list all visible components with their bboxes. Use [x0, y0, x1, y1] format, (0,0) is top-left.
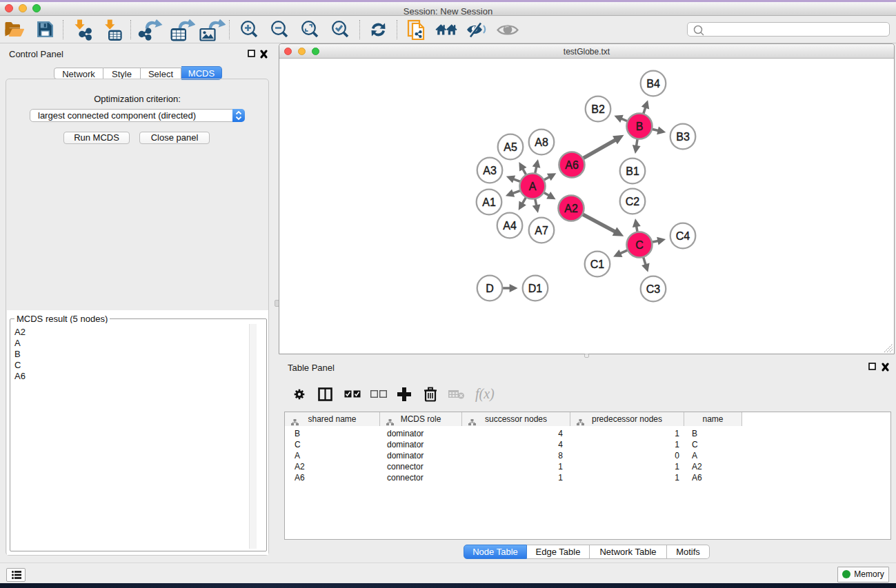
- svg-text:B4: B4: [646, 78, 660, 90]
- svg-text:D: D: [486, 283, 494, 294]
- svg-text:A6: A6: [565, 159, 579, 171]
- svg-text:A2: A2: [564, 203, 578, 214]
- svg-text:A8: A8: [535, 136, 548, 148]
- svg-text:B3: B3: [676, 131, 690, 143]
- svg-text:B2: B2: [591, 103, 605, 115]
- svg-text:C2: C2: [626, 196, 640, 207]
- svg-text:B: B: [636, 121, 644, 132]
- svg-text:A5: A5: [504, 141, 517, 153]
- svg-text:A1: A1: [482, 196, 496, 208]
- svg-text:A: A: [529, 181, 537, 192]
- svg-text:C: C: [635, 239, 644, 251]
- svg-text:D1: D1: [528, 283, 543, 294]
- svg-text:B1: B1: [626, 165, 639, 177]
- svg-text:C3: C3: [646, 283, 661, 295]
- svg-text:A7: A7: [535, 225, 548, 236]
- svg-text:A4: A4: [503, 220, 517, 232]
- svg-text:C4: C4: [676, 230, 690, 242]
- svg-text:A3: A3: [483, 165, 497, 176]
- svg-text:C1: C1: [590, 258, 605, 270]
